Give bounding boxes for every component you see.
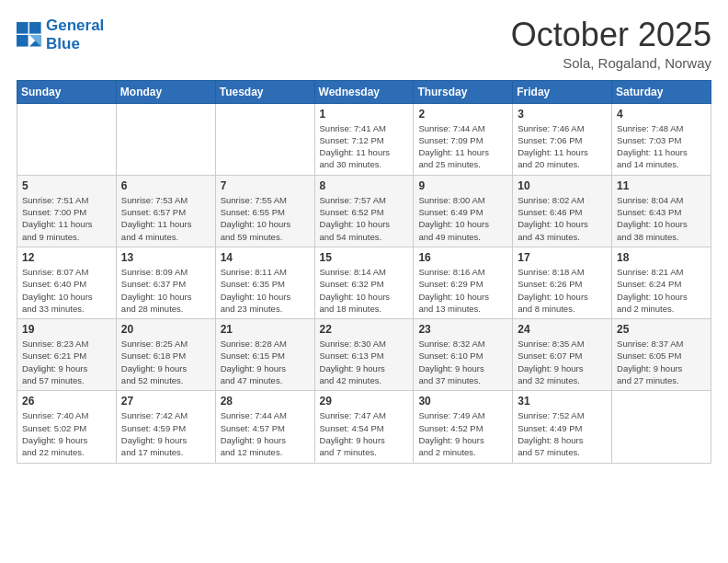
calendar-cell: 11Sunrise: 8:04 AM Sunset: 6:43 PM Dayli… (612, 175, 711, 247)
day-number: 23 (418, 323, 507, 336)
weekday-header-thursday: Thursday (414, 80, 513, 103)
day-number: 17 (518, 251, 607, 264)
calendar-cell (612, 391, 711, 463)
day-number: 7 (221, 179, 310, 192)
day-info: Sunrise: 8:09 AM Sunset: 6:37 PM Dayligh… (121, 266, 210, 315)
calendar-cell: 17Sunrise: 8:18 AM Sunset: 6:26 PM Dayli… (513, 247, 612, 318)
day-info: Sunrise: 8:37 AM Sunset: 6:05 PM Dayligh… (617, 338, 706, 386)
calendar: SundayMondayTuesdayWednesdayThursdayFrid… (17, 80, 711, 464)
day-info: Sunrise: 7:53 AM Sunset: 6:57 PM Dayligh… (121, 194, 210, 243)
svg-rect-2 (17, 35, 28, 47)
weekday-header-sunday: Sunday (17, 80, 117, 103)
weekday-header-friday: Friday (513, 80, 612, 103)
day-info: Sunrise: 8:23 AM Sunset: 6:21 PM Dayligh… (22, 338, 111, 386)
calendar-cell: 25Sunrise: 8:37 AM Sunset: 6:05 PM Dayli… (612, 319, 711, 391)
page: General Blue October 2025 Sola, Rogaland… (0, 0, 728, 563)
day-number: 2 (418, 108, 507, 121)
day-number: 19 (22, 323, 111, 336)
day-info: Sunrise: 7:48 AM Sunset: 7:03 PM Dayligh… (617, 122, 706, 171)
calendar-cell: 24Sunrise: 8:35 AM Sunset: 6:07 PM Dayli… (513, 319, 612, 391)
calendar-cell: 6Sunrise: 7:53 AM Sunset: 6:57 PM Daylig… (116, 175, 215, 247)
weekday-header-wednesday: Wednesday (314, 80, 414, 103)
week-row-2: 5Sunrise: 7:51 AM Sunset: 7:00 PM Daylig… (17, 175, 711, 247)
calendar-cell: 29Sunrise: 7:47 AM Sunset: 4:54 PM Dayli… (314, 391, 414, 463)
day-number: 3 (518, 108, 607, 121)
day-info: Sunrise: 7:41 AM Sunset: 7:12 PM Dayligh… (320, 122, 409, 171)
calendar-cell: 23Sunrise: 8:32 AM Sunset: 6:10 PM Dayli… (414, 319, 513, 391)
weekday-header-saturday: Saturday (612, 80, 711, 103)
day-info: Sunrise: 8:18 AM Sunset: 6:26 PM Dayligh… (518, 266, 607, 315)
day-info: Sunrise: 8:35 AM Sunset: 6:07 PM Dayligh… (518, 338, 607, 386)
calendar-cell: 28Sunrise: 7:44 AM Sunset: 4:57 PM Dayli… (215, 391, 314, 463)
day-info: Sunrise: 8:07 AM Sunset: 6:40 PM Dayligh… (22, 266, 111, 315)
day-number: 13 (121, 251, 210, 264)
day-number: 14 (221, 251, 310, 264)
day-number: 28 (221, 395, 310, 408)
day-info: Sunrise: 8:16 AM Sunset: 6:29 PM Dayligh… (418, 266, 507, 315)
calendar-cell: 15Sunrise: 8:14 AM Sunset: 6:32 PM Dayli… (314, 247, 414, 318)
day-info: Sunrise: 8:32 AM Sunset: 6:10 PM Dayligh… (418, 338, 507, 386)
weekday-header-tuesday: Tuesday (215, 80, 314, 103)
day-number: 20 (121, 323, 210, 336)
calendar-cell: 31Sunrise: 7:52 AM Sunset: 4:49 PM Dayli… (513, 391, 612, 463)
calendar-cell: 7Sunrise: 7:55 AM Sunset: 6:55 PM Daylig… (215, 175, 314, 247)
subtitle: Sola, Rogaland, Norway (511, 55, 711, 71)
day-number: 24 (518, 323, 607, 336)
day-info: Sunrise: 8:25 AM Sunset: 6:18 PM Dayligh… (121, 338, 210, 386)
day-info: Sunrise: 7:42 AM Sunset: 4:59 PM Dayligh… (121, 409, 210, 458)
day-number: 18 (617, 251, 706, 264)
calendar-cell: 12Sunrise: 8:07 AM Sunset: 6:40 PM Dayli… (17, 247, 117, 318)
day-info: Sunrise: 7:57 AM Sunset: 6:52 PM Dayligh… (320, 194, 409, 243)
month-title: October 2025 (511, 17, 711, 53)
day-number: 22 (320, 323, 409, 336)
calendar-cell: 18Sunrise: 8:21 AM Sunset: 6:24 PM Dayli… (612, 247, 711, 318)
calendar-cell: 27Sunrise: 7:42 AM Sunset: 4:59 PM Dayli… (116, 391, 215, 463)
day-number: 6 (121, 179, 210, 192)
calendar-cell: 26Sunrise: 7:40 AM Sunset: 5:02 PM Dayli… (17, 391, 117, 463)
logo-icon (17, 22, 42, 48)
title-block: October 2025 Sola, Rogaland, Norway (511, 17, 711, 71)
day-info: Sunrise: 7:47 AM Sunset: 4:54 PM Dayligh… (320, 409, 409, 458)
calendar-cell: 2Sunrise: 7:44 AM Sunset: 7:09 PM Daylig… (414, 103, 513, 175)
day-info: Sunrise: 7:55 AM Sunset: 6:55 PM Dayligh… (221, 194, 310, 243)
day-number: 25 (617, 323, 706, 336)
day-info: Sunrise: 8:04 AM Sunset: 6:43 PM Dayligh… (617, 194, 706, 243)
week-row-4: 19Sunrise: 8:23 AM Sunset: 6:21 PM Dayli… (17, 319, 711, 391)
day-info: Sunrise: 8:00 AM Sunset: 6:49 PM Dayligh… (418, 194, 507, 243)
day-info: Sunrise: 8:30 AM Sunset: 6:13 PM Dayligh… (320, 338, 409, 386)
day-number: 1 (320, 108, 409, 121)
day-number: 26 (22, 395, 111, 408)
day-number: 10 (518, 179, 607, 192)
day-info: Sunrise: 7:44 AM Sunset: 7:09 PM Dayligh… (418, 122, 507, 171)
weekday-header-monday: Monday (116, 80, 215, 103)
day-number: 21 (221, 323, 310, 336)
week-row-1: 1Sunrise: 7:41 AM Sunset: 7:12 PM Daylig… (17, 103, 711, 175)
day-number: 4 (617, 108, 706, 121)
svg-rect-1 (29, 22, 41, 34)
calendar-cell: 3Sunrise: 7:46 AM Sunset: 7:06 PM Daylig… (513, 103, 612, 175)
day-number: 27 (121, 395, 210, 408)
calendar-cell (17, 103, 117, 175)
day-info: Sunrise: 7:40 AM Sunset: 5:02 PM Dayligh… (22, 409, 111, 458)
calendar-cell: 14Sunrise: 8:11 AM Sunset: 6:35 PM Dayli… (215, 247, 314, 318)
day-info: Sunrise: 7:51 AM Sunset: 7:00 PM Dayligh… (22, 194, 111, 243)
day-number: 12 (22, 251, 111, 264)
day-number: 31 (518, 395, 607, 408)
calendar-cell: 9Sunrise: 8:00 AM Sunset: 6:49 PM Daylig… (414, 175, 513, 247)
day-number: 15 (320, 251, 409, 264)
day-number: 8 (320, 179, 409, 192)
calendar-cell: 8Sunrise: 7:57 AM Sunset: 6:52 PM Daylig… (314, 175, 414, 247)
week-row-3: 12Sunrise: 8:07 AM Sunset: 6:40 PM Dayli… (17, 247, 711, 318)
calendar-cell (116, 103, 215, 175)
calendar-cell: 16Sunrise: 8:16 AM Sunset: 6:29 PM Dayli… (414, 247, 513, 318)
calendar-cell: 4Sunrise: 7:48 AM Sunset: 7:03 PM Daylig… (612, 103, 711, 175)
calendar-cell: 5Sunrise: 7:51 AM Sunset: 7:00 PM Daylig… (17, 175, 117, 247)
day-info: Sunrise: 7:52 AM Sunset: 4:49 PM Dayligh… (518, 409, 607, 458)
day-number: 9 (418, 179, 507, 192)
calendar-cell: 30Sunrise: 7:49 AM Sunset: 4:52 PM Dayli… (414, 391, 513, 463)
day-info: Sunrise: 8:14 AM Sunset: 6:32 PM Dayligh… (320, 266, 409, 315)
calendar-cell: 13Sunrise: 8:09 AM Sunset: 6:37 PM Dayli… (116, 247, 215, 318)
day-number: 16 (418, 251, 507, 264)
calendar-cell: 10Sunrise: 8:02 AM Sunset: 6:46 PM Dayli… (513, 175, 612, 247)
calendar-cell: 21Sunrise: 8:28 AM Sunset: 6:15 PM Dayli… (215, 319, 314, 391)
